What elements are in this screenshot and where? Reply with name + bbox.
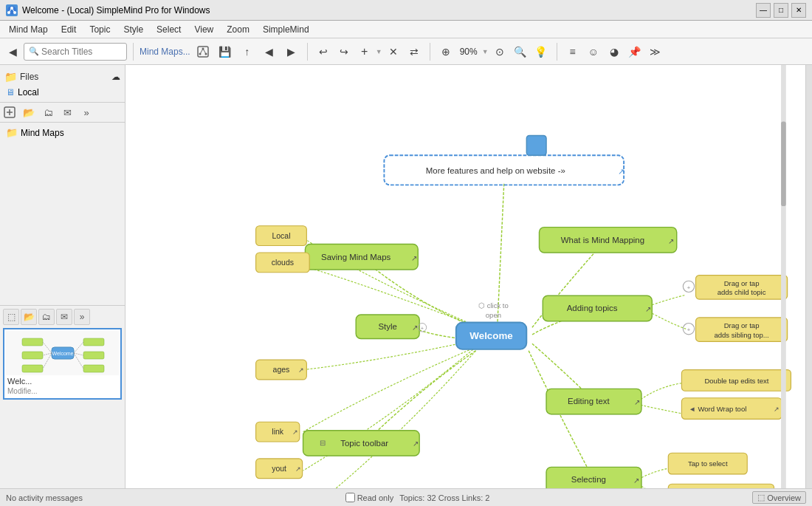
svg-line-26 — [74, 342, 83, 353]
svg-rect-18 — [22, 352, 43, 359]
overview-button[interactable]: ⬚ Overview — [752, 491, 806, 504]
svg-rect-20 — [83, 338, 104, 346]
search-canvas-button[interactable]: 🔍 — [511, 42, 530, 61]
svg-text:↗: ↗ — [292, 428, 298, 436]
export-button[interactable]: ↑ — [238, 42, 257, 61]
tree-item-mindmaps[interactable]: 📁 Mind Maps — [3, 126, 122, 140]
nav-next-button[interactable]: ▶ — [282, 42, 301, 61]
svg-text:Welcome: Welcome — [469, 330, 512, 341]
sidebar-open-button[interactable]: 📂 — [21, 104, 37, 120]
svg-rect-21 — [83, 352, 104, 359]
tree-item-label: Mind Maps — [21, 128, 64, 138]
menu-zoom[interactable]: Zoom — [221, 23, 255, 36]
style2-button[interactable]: ◕ — [605, 42, 624, 61]
files-header: 📁 Files ☁ — [3, 68, 122, 86]
svg-text:Style: Style — [378, 322, 396, 331]
file-thumbnail: Welcome — [6, 331, 119, 375]
zoom-target-button[interactable]: ⊙ — [490, 42, 509, 61]
svg-text:ages: ages — [273, 365, 290, 374]
menu-topic[interactable]: Topic — [83, 23, 116, 36]
sidebar-actions: 📂 🗂 ✉ » — [0, 103, 125, 123]
menu-edit[interactable]: Edit — [55, 23, 83, 36]
more-button[interactable]: ≫ — [646, 42, 665, 61]
svg-text:Drag or tap: Drag or tap — [724, 279, 760, 287]
recent-overflow-button[interactable]: » — [74, 309, 90, 325]
theme-button[interactable]: 💡 — [531, 42, 551, 61]
readonly-input[interactable] — [345, 493, 355, 502]
search-input[interactable] — [41, 47, 123, 57]
svg-rect-22 — [83, 365, 104, 372]
readonly-label: Read only — [357, 493, 394, 502]
sep3 — [430, 43, 430, 61]
recent-files-panel: ⬚ 📂 🗂 ✉ » Welcome — [0, 305, 125, 488]
svg-text:Editing text: Editing text — [568, 397, 610, 406]
mindmap-svg: More features and help on website -» ↗ S… — [125, 65, 812, 488]
delete-button[interactable]: ✕ — [384, 42, 403, 61]
close-button[interactable]: ✕ — [791, 3, 806, 18]
app-icon — [6, 4, 18, 16]
back-button[interactable]: ◀ — [3, 42, 22, 61]
edit-group: ↩ ↪ + ▼ ✕ ⇄ — [314, 42, 424, 61]
add-button[interactable]: + — [355, 42, 374, 61]
svg-line-10 — [200, 49, 203, 54]
maximize-button[interactable]: □ — [774, 3, 788, 18]
minimize-button[interactable]: — — [756, 3, 771, 18]
readonly-checkbox[interactable]: Read only — [345, 493, 394, 502]
svg-text:↗: ↗ — [411, 254, 417, 262]
svg-text:↗: ↗ — [668, 237, 674, 245]
redo-button[interactable]: ↪ — [334, 42, 354, 61]
zoom-level: 90% — [457, 47, 481, 57]
emoji-button[interactable]: ☺ — [584, 42, 603, 61]
connect-button[interactable]: ⇄ — [405, 42, 424, 61]
svg-text:adds child topic: adds child topic — [718, 288, 766, 296]
menu-style[interactable]: Style — [117, 23, 149, 36]
undo-button[interactable]: ↩ — [314, 42, 333, 61]
menu-view[interactable]: View — [188, 23, 219, 36]
menu-simplemind[interactable]: SimpleMind — [257, 23, 315, 36]
recent-file-welcome[interactable]: Welcome Welc... — [3, 328, 122, 400]
svg-text:↗: ↗ — [298, 366, 304, 374]
menu-select[interactable]: Select — [151, 23, 187, 36]
zoom-group: ⊕ 90% ▼ ⊙ 🔍 💡 — [436, 42, 551, 61]
zoom-fit-button[interactable]: ⊕ — [436, 42, 455, 61]
recent-folder-button[interactable]: 🗂 — [38, 309, 55, 325]
sep1 — [133, 43, 134, 61]
svg-text:⬡ click to: ⬡ click to — [478, 301, 509, 310]
sidebar-more-button[interactable]: » — [78, 104, 94, 120]
svg-line-25 — [43, 353, 52, 369]
sidebar-files-section: 📁 Files ☁ 🖥 Local — [0, 65, 125, 103]
file-name: Welc... — [6, 375, 119, 387]
menubar: Mind Map Edit Topic Style Select View Zo… — [0, 21, 812, 38]
activity-message: No activity messages — [6, 493, 83, 502]
save-button[interactable]: 💾 — [216, 42, 235, 61]
svg-text:Topic toolbar: Topic toolbar — [340, 439, 388, 448]
sidebar-item-local[interactable]: 🖥 Local — [3, 86, 122, 99]
main-layout: 📁 Files ☁ 🖥 Local 📂 🗂 ✉ » 📁 Mind Maps — [0, 65, 812, 488]
mindmaps-folder-icon: 📁 — [6, 127, 18, 138]
overview-label: Overview — [767, 493, 801, 502]
outline-button[interactable]: ≡ — [563, 42, 582, 61]
svg-text:↗: ↗ — [413, 440, 419, 448]
nav-prev-button[interactable]: ◀ — [260, 42, 279, 61]
local-icon: 🖥 — [6, 87, 15, 98]
sidebar-share-button[interactable]: ✉ — [59, 104, 75, 120]
recent-email-button[interactable]: ✉ — [56, 309, 72, 325]
recent-open-button[interactable]: 📂 — [21, 309, 37, 325]
sidebar-new-button[interactable] — [1, 104, 18, 120]
canvas-area[interactable]: More features and help on website -» ↗ S… — [125, 65, 812, 488]
sidebar-save-button[interactable]: 🗂 — [40, 104, 56, 120]
search-box[interactable]: 🔍 — [24, 43, 127, 61]
svg-text:Tap to select: Tap to select — [688, 459, 728, 468]
new-mindmap-button[interactable] — [193, 42, 213, 61]
toolbar: ◀ 🔍 Mind Maps... 💾 ↑ ◀ ▶ ↩ ↪ + ▼ ✕ ⇄ ⊕ 9… — [0, 38, 812, 65]
svg-text:◄: ◄ — [689, 405, 695, 413]
recent-new-button[interactable]: ⬚ — [3, 309, 19, 325]
svg-text:Saving Mind Maps: Saving Mind Maps — [321, 253, 390, 261]
mindmaps-breadcrumb[interactable]: Mind Maps... — [140, 47, 190, 57]
pin-button[interactable]: 📌 — [625, 42, 644, 61]
search-icon: 🔍 — [29, 47, 39, 56]
menu-mindmap[interactable]: Mind Map — [3, 23, 54, 36]
titlebar-controls[interactable]: — □ ✕ — [756, 3, 806, 18]
svg-text:+: + — [687, 326, 691, 333]
titlebar-left: Welcome - (Local) SimpleMind Pro for Win… — [6, 4, 210, 16]
